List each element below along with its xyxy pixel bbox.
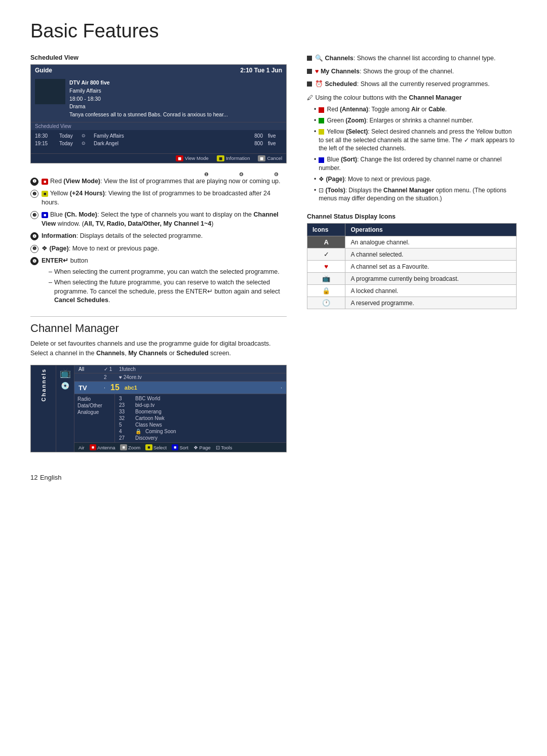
footer-red: ◼ View Mode [176,155,209,161]
item-number: ❺ [30,245,38,253]
bold-scheduled: Scheduled [325,80,357,88]
num-6: ❻ [274,172,279,177]
cm-num2: 2 [104,374,114,380]
bold-channels: Channels [96,350,125,357]
page-title: Basic Features [30,20,517,42]
row-program: Family Affairs [94,133,244,139]
bold-cable: Cable [428,106,445,113]
item-content: ■ Blue (Ch. Mode): Select the type of ch… [42,211,287,228]
colour-section: 🖊 Using the colour buttons with the Chan… [307,93,517,203]
status-table: Icons Operations A An analogue channel. … [307,223,517,309]
num-1: ❶ [204,172,209,177]
yellow-button: ◼ [217,155,224,161]
item-text: Blue (Sort): Change the list ordered by … [319,155,517,173]
guide-content: DTV Air 800 five Family Affairs 18:00 - … [31,76,286,122]
table-header-icons: Icons [307,224,345,236]
item-text: Yellow (Select): Select desired channels… [319,128,517,153]
item-content: ■ Red (View Mode): View the list of prog… [42,177,287,186]
bold-channel-manager: Channel Manager [409,94,461,101]
list-item: • ❖ (Page): Move to next or previous pag… [314,175,517,184]
cm-ch-num-highlighted: 15 [110,383,120,392]
item-number: ❻ [30,257,38,265]
sub-text: When selecting the future programme, you… [54,278,287,305]
bullet-dot: • [314,186,316,203]
ch-name: bid-up.tv [135,402,154,408]
table-row: ✓ A channel selected. [307,248,517,261]
row-day: Today [59,133,76,139]
yellow-indicator: ■ [42,191,48,197]
num-4: ❹ [239,172,244,177]
cm-highlighted-row: TV · 15 abc1 · [74,382,286,394]
item-number: ❶ [30,178,38,186]
ch-num: 32 [119,415,131,421]
yellow-square-icon [319,129,324,135]
square-bullet [307,81,312,87]
bold-label: ENTER↵ [42,257,68,264]
channel-manager-box: Channels 📺 💿 All ✓ 1 1futech [30,365,287,452]
red-square-icon [319,107,324,113]
table-row: A An analogue channel. [307,236,517,248]
table-row: ♥ A channel set as a Favourite. [307,261,517,273]
ch-num: 23 [119,402,131,408]
status-operation: A channel selected. [345,248,517,261]
table-row: 🕐 A reserved programme. [307,297,517,309]
list-item: 3 BBC World [115,395,286,402]
item-text: ⏰ Scheduled: Shows all the currently res… [315,80,490,89]
bold-zoom: (Zoom) [345,117,366,124]
item-content: ■ Yellow (+24 Hours): Viewing the list o… [42,189,287,207]
bold-label: (+24 Hours) [70,190,105,197]
section-divider [30,316,287,317]
bullet-list: 🔍 Channels: Shows the channel list accor… [307,54,517,89]
ch-name: Coming Soon [145,429,176,434]
guide-thumbnail [35,79,65,104]
tv-icon: 📺 [60,367,71,379]
row-time: 18:30 [35,133,54,139]
heart-icon: ♥ [315,68,319,75]
ch-num: 3 [119,396,131,401]
cm-tv-label: TV [79,384,99,392]
bold-channel-manager2: Channel Manager [383,187,434,194]
select-button: ■ [145,444,152,450]
list-item: • Yellow (Select): Select desired channe… [314,128,517,153]
ch-num: 27 [119,435,131,441]
guide-title: Guide [35,67,52,74]
red-indicator: ■ [42,179,48,185]
guide-info: DTV Air 800 five Family Affairs 18:00 - … [69,79,228,119]
list-item: ❶ ■ Red (View Mode): View the list of pr… [30,177,287,186]
bold-tools: (Tools) [326,187,345,194]
channel-manager-title: Channel Manager [30,322,287,335]
cm-bullet: · [104,385,105,391]
status-operation: A locked channel. [345,285,517,297]
status-operation: An analogue channel. [345,236,517,248]
colour-header: 🖊 Using the colour buttons with the Chan… [307,93,517,103]
status-operation: A channel set as a Favourite. [345,261,517,273]
list-item: 33 Boomerang [115,408,286,415]
table-row: 19:15 Today ⊙ Dark Angel 800 five [35,140,282,147]
list-item: ❸ ■ Blue (Ch. Mode): Select the type of … [30,211,287,228]
list-item: 5 Class News [115,422,286,428]
guide-footer: ◼ View Mode ◼ Information ◼ Cancel [31,153,286,163]
row-chname: five [268,141,282,146]
green-square-icon [319,118,324,123]
gray-button: ◼ [258,155,265,161]
bold-mychannels: My Channels [128,350,167,357]
footer-air: Air [79,444,85,450]
guide-timerange: 18:00 - 18:30 [69,95,228,103]
sub-text: When selecting the current programme, yo… [54,268,280,277]
bold-page: (Page) [326,176,345,183]
cm-categories-channels: Radio Data/Other Analogue 3 BBC World 23 [74,394,286,442]
cm-blank [79,374,99,380]
cat-dataother: Data/Other [77,402,111,409]
bold-options: All, TV, Radio, Data/Other, My Channel 1… [84,220,211,227]
footer-zoom: ■ Zoom [120,444,140,450]
status-section: Channel Status Display Icons Icons Opera… [307,213,517,309]
cm-layout: Channels 📺 💿 All ✓ 1 1futech [31,365,286,452]
item-text: 🔍 Channels: Shows the channel list accor… [315,54,495,63]
sub-item: – When selecting the future programme, y… [49,278,287,305]
item-text: ♥ My Channels: Shows the group of the ch… [315,67,454,76]
sort-button: ■ [172,444,178,450]
list-item: • Green (Zoom): Enlarges or shrinks a ch… [314,116,517,125]
blue-square-icon [319,157,324,163]
bold-scheduled: Scheduled [176,350,208,357]
row-icon: ⊙ [82,133,89,138]
